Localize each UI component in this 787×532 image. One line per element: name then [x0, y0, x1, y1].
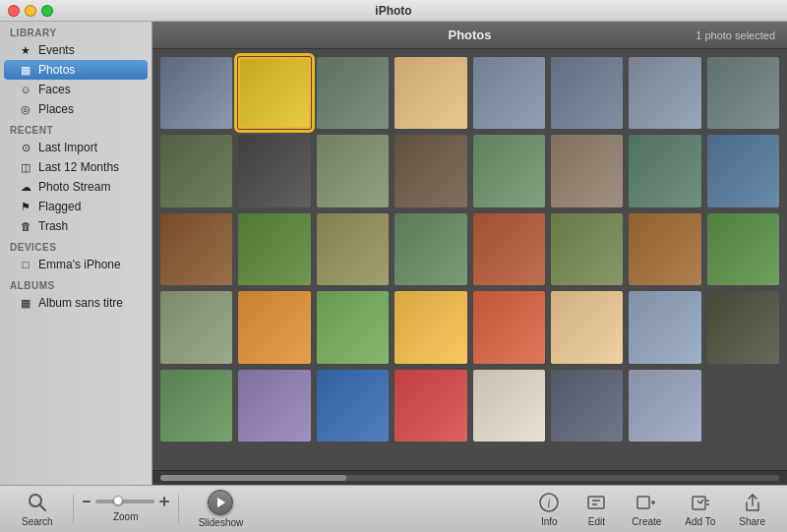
info-icon: i [537, 491, 561, 514]
create-button[interactable]: Create [620, 487, 673, 531]
photo-thumb[interactable] [629, 213, 700, 285]
photo-thumb[interactable] [160, 213, 232, 285]
photo-thumb[interactable] [473, 213, 545, 285]
last-import-icon: ⊙ [18, 140, 33, 155]
photo-thumb[interactable] [317, 213, 389, 285]
sidebar-item-flagged[interactable]: ⚑ Flagged [4, 197, 148, 216]
photo-thumb[interactable] [707, 213, 779, 285]
photo-thumb[interactable] [707, 135, 779, 207]
sidebar-item-photos[interactable]: ▦ Photos [4, 60, 148, 80]
create-label: Create [632, 516, 661, 527]
photo-thumb[interactable] [473, 291, 545, 363]
photo-thumb[interactable] [473, 370, 545, 442]
photo-grid[interactable] [152, 49, 787, 470]
photo-thumb[interactable] [629, 57, 700, 129]
sidebar-item-label: Trash [38, 219, 68, 233]
photo-thumb[interactable] [551, 370, 623, 442]
sidebar-item-trash[interactable]: 🗑 Trash [4, 216, 148, 236]
photo-thumb[interactable] [473, 57, 545, 129]
faces-icon: ☺ [18, 82, 33, 97]
sidebar-item-label: Album sans titre [38, 296, 123, 310]
photo-thumb[interactable] [551, 213, 623, 285]
photo-thumb[interactable] [394, 291, 466, 363]
photo-thumb[interactable] [473, 135, 545, 207]
titlebar: iPhoto [0, 0, 787, 22]
sidebar-item-events[interactable]: ★ Events [4, 40, 148, 60]
photo-thumb[interactable] [394, 57, 466, 129]
photo-thumb[interactable] [707, 57, 779, 129]
minimize-button[interactable] [25, 5, 36, 17]
photo-thumb[interactable] [238, 291, 310, 363]
svg-rect-2 [83, 501, 91, 502]
album-icon: ▦ [18, 295, 33, 311]
close-button[interactable] [8, 5, 20, 17]
recent-section-header: RECENT [0, 119, 151, 138]
content-area: Photos 1 photo selected [152, 22, 787, 485]
photo-thumb[interactable] [707, 291, 779, 363]
photo-thumb[interactable] [317, 291, 389, 363]
photo-thumb[interactable] [160, 291, 232, 363]
scrollbar-track[interactable] [160, 475, 779, 481]
photo-thumb[interactable] [551, 135, 623, 207]
zoom-row [82, 496, 170, 507]
sidebar-item-faces[interactable]: ☺ Faces [4, 80, 148, 99]
photo-thumb[interactable] [317, 135, 389, 207]
sidebar-item-photo-stream[interactable]: ☁ Photo Stream [4, 177, 148, 197]
sidebar-item-label: Last Import [38, 141, 97, 154]
photo-thumb[interactable] [551, 291, 623, 363]
separator-1 [73, 495, 74, 524]
sidebar-item-last-12-months[interactable]: ◫ Last 12 Months [4, 157, 148, 177]
sidebar-item-label: Places [38, 102, 74, 116]
zoom-slider-thumb[interactable] [113, 496, 123, 505]
photo-scrollbar[interactable] [152, 470, 787, 485]
photo-thumb[interactable] [317, 57, 389, 129]
sidebar-item-emmas-iphone[interactable]: □ Emma's iPhone [4, 255, 148, 274]
photo-thumb[interactable] [160, 135, 232, 207]
search-button[interactable]: Search [10, 487, 65, 531]
share-icon [741, 491, 764, 514]
maximize-button[interactable] [41, 5, 53, 17]
photo-thumb[interactable] [394, 135, 466, 207]
window-controls [8, 5, 53, 17]
photo-thumb[interactable] [238, 135, 310, 207]
photo-thumb[interactable] [629, 370, 700, 442]
edit-button[interactable]: Edit [573, 487, 620, 531]
zoom-min-icon [82, 497, 91, 506]
photo-thumb[interactable] [317, 370, 389, 442]
zoom-control: Zoom [82, 496, 170, 522]
info-button[interactable]: i Info [525, 487, 573, 531]
sidebar-item-places[interactable]: ◎ Places [4, 99, 148, 119]
add-to-button[interactable]: Add To [673, 487, 727, 531]
photo-thumb[interactable] [551, 57, 623, 129]
toolbar: Search Zoom Slideshow [0, 485, 787, 532]
sidebar-item-label: Photos [38, 63, 75, 77]
photo-thumb[interactable] [394, 370, 466, 442]
share-button[interactable]: Share [727, 487, 777, 531]
svg-rect-10 [637, 497, 649, 508]
photo-thumb[interactable] [629, 135, 700, 207]
photo-thumb[interactable] [394, 213, 466, 285]
svg-rect-7 [588, 497, 604, 508]
separator-2 [178, 495, 179, 524]
trash-icon: 🗑 [18, 218, 33, 234]
photo-thumb[interactable] [160, 57, 232, 129]
photo-thumb[interactable] [238, 370, 310, 442]
photo-selected-label: 1 photo selected [696, 30, 775, 41]
search-icon [26, 491, 49, 514]
photo-thumb[interactable] [160, 370, 232, 442]
photo-thumb[interactable] [238, 213, 310, 285]
scrollbar-thumb[interactable] [160, 475, 346, 481]
zoom-max-icon [158, 496, 170, 507]
sidebar-item-album-sans-titre[interactable]: ▦ Album sans titre [4, 293, 148, 313]
photo-thumb[interactable] [629, 291, 700, 363]
photo-thumb[interactable] [238, 57, 310, 129]
slideshow-button[interactable]: Slideshow [187, 486, 256, 532]
sidebar-item-last-import[interactable]: ⊙ Last Import [4, 138, 148, 157]
main-container: LIBRARY ★ Events ▦ Photos ☺ Faces ◎ Plac… [0, 22, 787, 485]
zoom-slider[interactable] [95, 500, 154, 503]
library-section-header: LIBRARY [0, 22, 151, 40]
events-icon: ★ [18, 42, 33, 58]
slideshow-play-icon [208, 490, 233, 515]
devices-section-header: DEVICES [0, 236, 151, 255]
sidebar-item-label: Emma's iPhone [38, 258, 121, 271]
